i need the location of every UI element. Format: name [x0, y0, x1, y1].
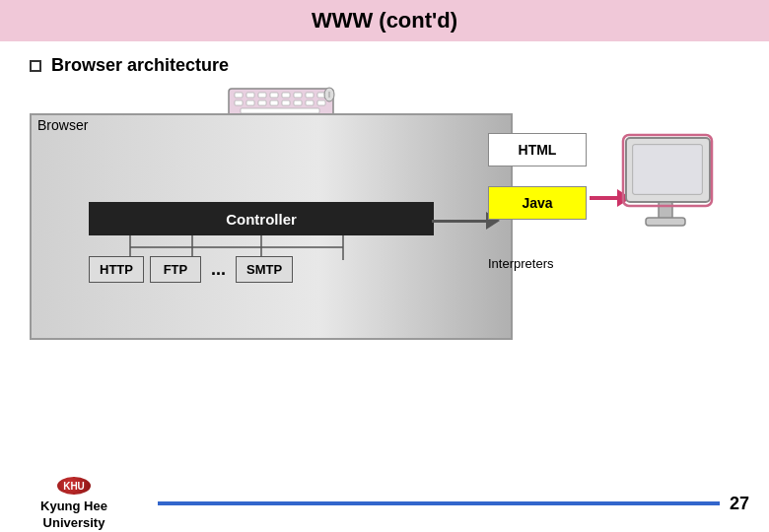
svg-rect-11 — [258, 100, 266, 105]
bullet-icon — [30, 60, 41, 72]
svg-rect-4 — [270, 93, 278, 98]
controller-bar: Controller — [89, 202, 434, 235]
svg-rect-27 — [633, 145, 702, 194]
interpreters-label: Interpreters — [488, 256, 553, 271]
monitor-svg — [621, 133, 720, 241]
smtp-box: SMTP — [236, 256, 293, 283]
svg-rect-14 — [294, 100, 302, 105]
dots-box: ... — [207, 259, 230, 280]
svg-rect-6 — [294, 93, 302, 98]
svg-rect-7 — [306, 93, 314, 98]
ftp-box: FTP — [150, 256, 201, 283]
monitor-icon — [621, 133, 720, 251]
svg-rect-12 — [270, 100, 278, 105]
html-box: HTML — [488, 133, 587, 166]
svg-rect-13 — [282, 100, 290, 105]
footer-divider — [158, 501, 720, 505]
svg-rect-2 — [246, 93, 254, 98]
protocol-row: HTTP FTP ... SMTP — [89, 256, 434, 283]
svg-rect-3 — [258, 93, 266, 98]
slide-title: WWW (cont'd) — [0, 0, 769, 41]
right-panel: HTML Java — [488, 133, 587, 220]
svg-rect-5 — [282, 93, 290, 98]
logo-circle: KHU — [55, 475, 93, 497]
svg-rect-9 — [235, 100, 243, 105]
svg-rect-10 — [246, 100, 254, 105]
page-number: 27 — [730, 494, 749, 514]
svg-rect-15 — [306, 100, 314, 105]
footer: KHU Kyung Hee University 27 — [0, 475, 769, 532]
svg-rect-1 — [235, 93, 243, 98]
slide-subtitle: Browser architecture — [30, 55, 739, 76]
university-logo: KHU Kyung Hee University — [0, 475, 148, 532]
http-box: HTTP — [89, 256, 144, 283]
diagram-area: Browser Controller HTTP FTP ... SMTP HTM… — [30, 84, 739, 369]
university-name: Kyung Hee University — [40, 499, 107, 532]
browser-label: Browser — [37, 117, 88, 133]
java-box: Java — [488, 186, 587, 220]
svg-rect-16 — [317, 100, 325, 105]
svg-rect-29 — [646, 218, 685, 226]
